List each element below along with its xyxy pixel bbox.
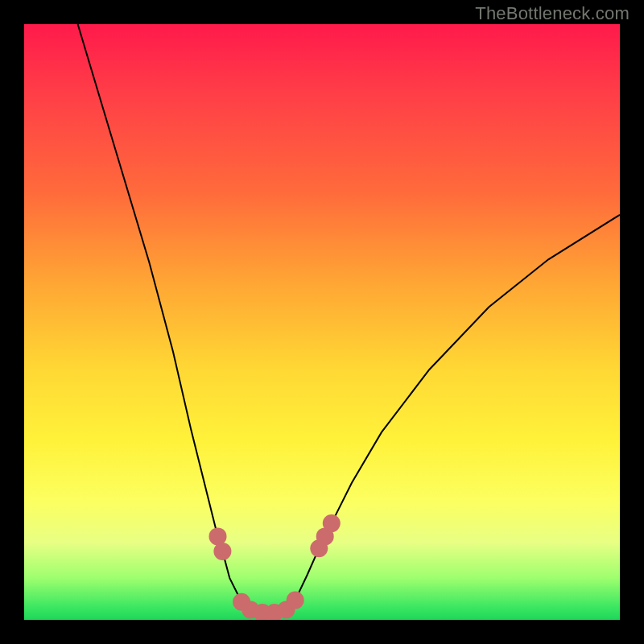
data-point-marker (287, 592, 304, 609)
data-point-marker (323, 514, 341, 532)
marker-group (209, 514, 341, 620)
data-point-marker (213, 543, 231, 560)
chart-svg (24, 24, 620, 620)
chart-plot-area (24, 24, 620, 620)
watermark-text: TheBottleneck.com (475, 3, 630, 24)
left-curve (78, 24, 295, 613)
chart-frame: TheBottleneck.com (0, 0, 644, 644)
right-curve (295, 215, 620, 601)
